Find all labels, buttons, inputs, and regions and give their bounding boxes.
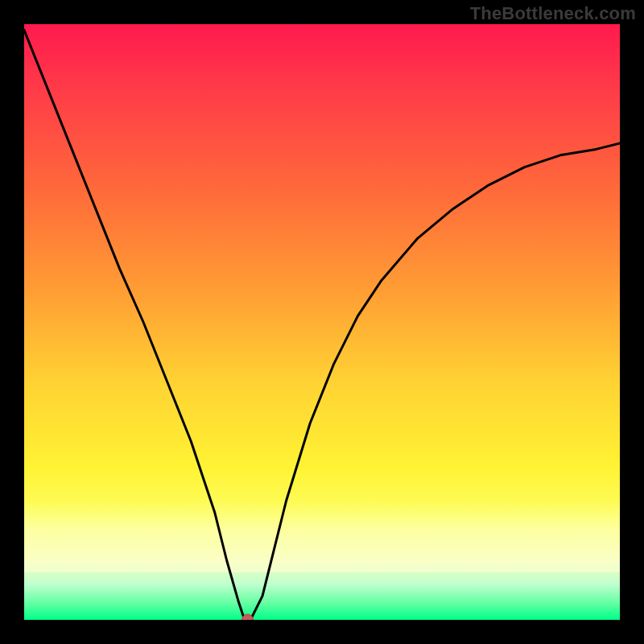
plot-area [24,24,620,620]
watermark-text: TheBottleneck.com [470,3,636,24]
bottleneck-curve [24,24,620,620]
chart-stage: TheBottleneck.com [0,0,644,644]
